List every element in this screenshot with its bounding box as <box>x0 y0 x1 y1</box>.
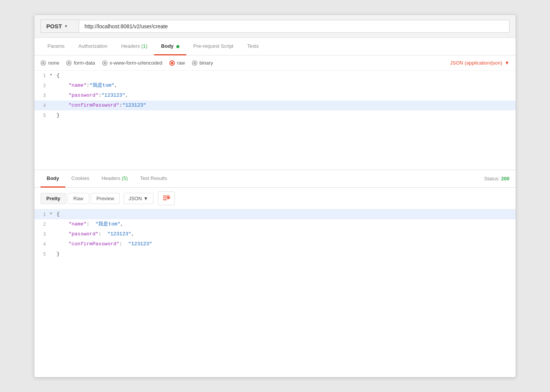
radio-binary-circle <box>192 60 197 66</box>
request-code-editor[interactable]: 1 ▾ { 2 "name":"我是tom", 3 "password":"12… <box>34 71 516 170</box>
resp-line-1: 1 ▾ { <box>34 209 516 219</box>
resp-arrow-5 <box>50 249 55 251</box>
resp-line-2: 2 "name": "我是tom", <box>34 219 516 229</box>
radio-form-data[interactable]: form-data <box>66 60 95 66</box>
resp-linenum-3: 3 <box>34 229 50 239</box>
tab-pre-request[interactable]: Pre-request Script <box>186 38 240 55</box>
radio-none-circle <box>41 60 46 66</box>
req-content-4: "confirmPassword":"123123" <box>55 100 516 110</box>
resp-linenum-2: 2 <box>34 219 50 229</box>
req-linenum-3: 3 <box>34 91 50 100</box>
method-select[interactable]: POST ▼ <box>41 19 79 33</box>
radio-none[interactable]: none <box>41 60 59 66</box>
radio-raw-circle <box>169 60 175 66</box>
view-pretty-btn[interactable]: Pretty <box>41 193 66 204</box>
radio-urlencoded[interactable]: x-www-form-urlencoded <box>102 60 163 66</box>
wrap-btn[interactable] <box>158 191 175 205</box>
radio-form-data-circle <box>66 60 72 66</box>
req-linenum-1: 1 <box>34 71 50 80</box>
url-bar: POST ▼ <box>34 15 516 38</box>
tab-params[interactable]: Params <box>41 38 72 55</box>
resp-linenum-5: 5 <box>34 249 50 259</box>
resp-arrow-1: ▾ <box>50 209 55 216</box>
response-code-editor: 1 ▾ { 2 "name": "我是tom", 3 "password": "… <box>34 209 516 286</box>
format-chevron: ▼ <box>143 196 148 201</box>
resp-linenum-4: 4 <box>34 239 50 249</box>
req-arrow-3 <box>50 91 55 92</box>
req-arrow-2 <box>50 81 55 82</box>
req-content-3: "password":"123123", <box>55 91 516 100</box>
req-line-2: 2 "name":"我是tom", <box>34 81 516 91</box>
status-info: Status: 200 <box>484 176 509 181</box>
resp-tab-test-results[interactable]: Test Results <box>134 170 173 188</box>
radio-binary[interactable]: binary <box>192 60 213 66</box>
req-linenum-2: 2 <box>34 81 50 90</box>
resp-arrow-3 <box>50 229 55 231</box>
method-chevron: ▼ <box>64 24 68 28</box>
response-section: Body Cookies Headers (5) Test Results St… <box>34 170 516 286</box>
postman-window: POST ▼ Params Authorization Headers (1) … <box>34 15 516 377</box>
body-active-dot <box>176 45 179 48</box>
req-linenum-4: 4 <box>34 100 50 110</box>
status-code: 200 <box>501 176 509 181</box>
resp-line-5: 5 } <box>34 249 516 259</box>
headers-badge: (1) <box>141 43 147 49</box>
format-select[interactable]: JSON ▼ <box>124 193 153 204</box>
json-format-chevron: ▼ <box>504 60 509 66</box>
req-line-3: 3 "password":"123123", <box>34 91 516 100</box>
method-label: POST <box>46 23 62 29</box>
req-content-5: } <box>55 110 516 120</box>
response-toolbar: Pretty Raw Preview JSON ▼ <box>34 188 516 209</box>
radio-raw[interactable]: raw <box>169 60 185 66</box>
tab-tests[interactable]: Tests <box>240 38 265 55</box>
resp-content-1: { <box>55 209 516 219</box>
tab-body[interactable]: Body <box>154 38 186 55</box>
request-tabs-row: Params Authorization Headers (1) Body Pr… <box>34 38 516 55</box>
resp-content-5: } <box>55 249 516 259</box>
resp-tab-headers[interactable]: Headers (5) <box>95 170 134 188</box>
req-line-1: 1 ▾ { <box>34 71 516 81</box>
req-content-2: "name":"我是tom", <box>55 81 516 91</box>
req-line-5: 5 } <box>34 110 516 120</box>
resp-line-3: 3 "password": "123123", <box>34 229 516 239</box>
req-linenum-5: 5 <box>34 110 50 120</box>
view-preview-btn[interactable]: Preview <box>91 193 120 204</box>
response-tabs-row: Body Cookies Headers (5) Test Results St… <box>34 170 516 188</box>
resp-arrow-4 <box>50 239 55 241</box>
radio-urlencoded-circle <box>102 60 107 66</box>
req-content-1: { <box>55 71 516 81</box>
tab-headers[interactable]: Headers (1) <box>114 38 155 55</box>
resp-arrow-2 <box>50 219 55 221</box>
resp-content-3: "password": "123123", <box>55 229 516 239</box>
tab-authorization[interactable]: Authorization <box>72 38 114 55</box>
resp-linenum-1: 1 <box>34 209 50 219</box>
resp-line-4: 4 "confirmPassword": "123123" <box>34 239 516 249</box>
body-type-row: none form-data x-www-form-urlencoded raw… <box>34 55 516 71</box>
view-raw-btn[interactable]: Raw <box>68 193 89 204</box>
json-format-select[interactable]: JSON (application/json) ▼ <box>450 60 509 66</box>
resp-tab-cookies[interactable]: Cookies <box>65 170 96 188</box>
resp-content-4: "confirmPassword": "123123" <box>55 239 516 249</box>
req-arrow-5 <box>50 110 55 112</box>
req-line-4: 4 "confirmPassword":"123123" <box>34 100 516 110</box>
resp-headers-badge: (5) <box>122 175 128 181</box>
wrap-icon <box>162 194 171 202</box>
req-arrow-4 <box>50 100 55 102</box>
resp-content-2: "name": "我是tom", <box>55 219 516 229</box>
req-arrow-1: ▾ <box>50 71 55 77</box>
url-input[interactable] <box>79 20 509 33</box>
resp-tab-body[interactable]: Body <box>41 170 65 188</box>
